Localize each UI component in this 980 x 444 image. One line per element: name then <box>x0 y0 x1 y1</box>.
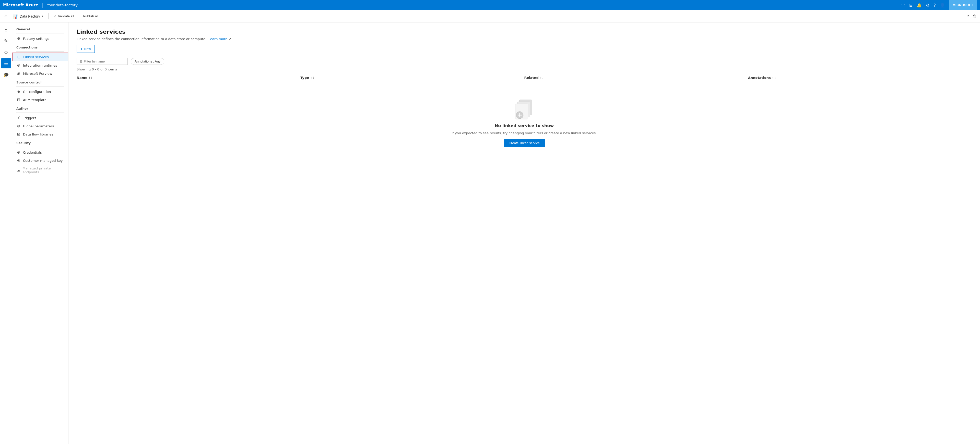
sort-annotations-icon: ↑↓ <box>772 76 776 79</box>
nav-sidebar: General ⚙ Factory settings Connections ⊞… <box>12 22 68 444</box>
sidebar-icon-learn[interactable]: 🎓 <box>1 70 11 79</box>
filter-by-name-input[interactable] <box>84 59 119 63</box>
nav-item-integration-runtimes[interactable]: ⊙ Integration runtimes <box>12 61 68 70</box>
top-bar-separator: | <box>42 3 43 8</box>
general-section-header: General <box>12 24 68 32</box>
arm-template-icon: ⊟ <box>16 97 21 102</box>
settings-icon[interactable]: ⚙ <box>926 3 929 8</box>
data-flow-libraries-label: Data flow libraries <box>23 132 53 136</box>
credentials-label: Credentials <box>23 151 42 154</box>
key-icon: ⊗ <box>16 158 21 163</box>
purview-icon: ◉ <box>16 71 21 76</box>
factory-settings-label: Factory settings <box>23 37 49 41</box>
collapse-sidebar-button[interactable]: « <box>3 13 8 20</box>
sidebar-icon-manage[interactable]: ☰ <box>1 58 11 68</box>
customer-managed-key-label: Customer managed key <box>23 159 63 163</box>
nav-item-arm-template[interactable]: ⊟ ARM template <box>12 96 68 104</box>
sidebar-icon-author[interactable]: ✎ <box>1 36 11 46</box>
top-bar: Microsoft Azure | Your-data-factory ⬚ ⊞ … <box>0 0 980 10</box>
nav-item-credentials[interactable]: ⊕ Credentials <box>12 148 68 156</box>
table-header: Name ↑↓ Type ↑↓ Related ↑↓ Annotations ↑… <box>76 74 972 82</box>
nav-item-factory-settings[interactable]: ⚙ Factory settings <box>12 35 68 43</box>
empty-state-graphic <box>512 97 537 120</box>
col-header-type[interactable]: Type ↑↓ <box>301 76 524 79</box>
data-factory-label: Data Factory <box>20 14 40 18</box>
sidebar-icon-home[interactable]: ⌂ <box>1 24 11 35</box>
nav-item-global-parameters[interactable]: ⊛ Global parameters <box>12 122 68 130</box>
refresh-icon[interactable]: ↺ <box>966 14 970 19</box>
nav-divider-author <box>16 113 64 113</box>
help-icon[interactable]: ? <box>934 3 936 8</box>
integration-runtimes-label: Integration runtimes <box>23 63 57 67</box>
main-layout: ⌂ ✎ ⊙ ☰ 🎓 General ⚙ Factory settings Con… <box>0 22 980 444</box>
git-configuration-label: Git configuration <box>23 90 51 94</box>
global-params-icon: ⊛ <box>16 124 21 128</box>
create-linked-service-button[interactable]: Create linked service <box>504 139 545 147</box>
publish-all-button[interactable]: ↑ Publish all <box>78 13 100 19</box>
nav-item-git-configuration[interactable]: ◆ Git configuration <box>12 87 68 96</box>
chevron-down-icon: ▾ <box>41 14 43 18</box>
empty-state: No linked service to show If you expecte… <box>76 82 972 157</box>
cloud-shell-icon[interactable]: ⬚ <box>901 3 905 8</box>
factory-settings-icon: ⚙ <box>16 36 21 41</box>
toolbar: « 📊 Data Factory ▾ ✓ Validate all ↑ Publ… <box>0 10 980 22</box>
git-icon: ◆ <box>16 89 21 94</box>
col-header-annotations[interactable]: Annotations ↑↓ <box>748 76 972 79</box>
linked-services-label: Linked services <box>23 55 49 59</box>
icon-sidebar: ⌂ ✎ ⊙ ☰ 🎓 <box>0 22 12 444</box>
user-account-button[interactable]: MICROSOFT <box>949 0 977 10</box>
source-control-section-header: Source control <box>12 78 68 85</box>
nav-item-managed-private-endpoints: ☁ Managed private endpoints <box>12 165 68 176</box>
data-factory-icon: 📊 <box>13 14 18 19</box>
connections-section-header: Connections <box>12 43 68 50</box>
top-bar-left: Microsoft Azure | Your-data-factory <box>3 3 901 8</box>
annotations-button[interactable]: Annotations : Any <box>131 58 164 65</box>
nav-item-data-flow-libraries[interactable]: ⊠ Data flow libraries <box>12 130 68 138</box>
instance-label: Your-data-factory <box>47 3 78 7</box>
col-header-related[interactable]: Related ↑↓ <box>524 76 748 79</box>
global-parameters-label: Global parameters <box>23 124 54 128</box>
security-section-header: Security <box>12 138 68 146</box>
triggers-label: Triggers <box>23 116 36 120</box>
validate-icon: ✓ <box>54 14 57 18</box>
toolbar-right-icons: ↺ 🗑 <box>966 14 977 19</box>
page-description: Linked service defines the connection in… <box>76 37 972 41</box>
empty-state-description: If you expected to see results, try chan… <box>452 131 597 135</box>
credentials-icon: ⊕ <box>16 150 21 155</box>
showing-text: Showing 0 - 0 of 0 items <box>76 67 972 71</box>
microsoft-purview-label: Microsoft Purview <box>23 72 52 76</box>
nav-divider-source <box>16 86 64 87</box>
sort-type-icon: ↑↓ <box>310 76 314 79</box>
triggers-icon: ⚡ <box>16 116 21 120</box>
filter-row: ⊟ Annotations : Any <box>76 58 972 65</box>
top-bar-icons: ⬚ ⊞ 🔔 ⚙ ? 👤 MICROSOFT <box>901 0 977 10</box>
learn-more-link[interactable]: Learn more <box>208 37 228 41</box>
author-section-header: Author <box>12 104 68 111</box>
publish-icon: ↑ <box>80 14 82 18</box>
filter-icon: ⊟ <box>80 59 82 63</box>
account-icon[interactable]: 👤 <box>940 3 945 8</box>
discard-icon[interactable]: 🗑 <box>973 14 977 19</box>
brand-label: Microsoft Azure <box>3 3 38 7</box>
sort-name-icon: ↑↓ <box>88 76 93 79</box>
sort-related-icon: ↑↓ <box>540 76 544 79</box>
integration-runtimes-icon: ⊙ <box>16 63 21 68</box>
nav-item-triggers[interactable]: ⚡ Triggers <box>12 114 68 122</box>
notifications-icon[interactable]: 🔔 <box>917 3 922 8</box>
directory-icon[interactable]: ⊞ <box>909 3 913 8</box>
filter-input-wrap: ⊟ <box>76 58 128 65</box>
page-title: Linked services <box>76 29 972 35</box>
nav-divider-general <box>16 33 64 33</box>
nav-item-microsoft-purview[interactable]: ◉ Microsoft Purview <box>12 70 68 78</box>
sidebar-icon-monitor[interactable]: ⊙ <box>1 47 11 57</box>
arm-template-label: ARM template <box>23 98 46 102</box>
empty-state-title: No linked service to show <box>495 123 554 128</box>
col-header-name[interactable]: Name ↑↓ <box>76 76 301 79</box>
content-area: Linked services Linked service defines t… <box>68 22 980 444</box>
validate-all-button[interactable]: ✓ Validate all <box>52 13 76 19</box>
nav-item-customer-managed-key[interactable]: ⊗ Customer managed key <box>12 156 68 165</box>
data-factory-button[interactable]: 📊 Data Factory ▾ <box>11 13 45 20</box>
new-button[interactable]: + New <box>76 45 95 53</box>
private-endpoints-icon: ☁ <box>16 168 21 173</box>
nav-item-linked-services[interactable]: ⊞ Linked services <box>12 52 68 61</box>
